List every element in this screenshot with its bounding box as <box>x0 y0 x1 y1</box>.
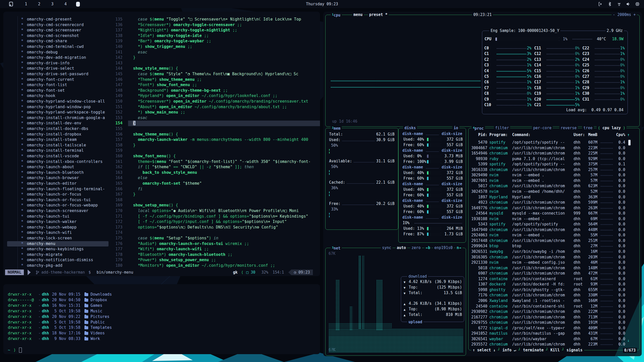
process-row[interactable]: 3016305chromium/usr/lib/chromium/chromdh… <box>469 255 639 260</box>
process-row[interactable]: 2921330nvimnvim --embed config.jsodhh46M… <box>469 260 639 265</box>
file-item[interactable]: *omarchy-install-terminal <box>7 148 109 154</box>
file-item[interactable]: *omarchy-install-dropbox <box>7 132 109 137</box>
file-item[interactable]: *omarchy-cmd-screensaver <box>7 28 109 33</box>
process-row[interactable]: 1897HyprlandHyprlanddhh363M0.0 <box>469 195 639 200</box>
file-item[interactable]: *omarchy-font-list <box>7 82 109 88</box>
process-row[interactable]: 3026531swaybg/usr/bin/swaybg -i /homdhh1… <box>469 249 639 255</box>
file-item[interactable]: *omarchy-cmd-present <box>7 17 109 22</box>
proc-tab-tree[interactable]: tree <box>582 125 594 130</box>
file-item[interactable]: *omarchy-install-vscode <box>7 154 109 159</box>
file-item[interactable]: *omarchy-hook <box>7 93 109 99</box>
proc-scrollbar-thumb[interactable] <box>628 140 631 145</box>
file-item[interactable]: *omarchy-launch-or-focus-tui <box>7 197 109 203</box>
process-row[interactable]: 5470spotify/opt/spotify/spotify --dhh607… <box>469 140 639 145</box>
file-item[interactable]: *omarchy-launch-bluetooth <box>7 170 109 176</box>
file-item[interactable]: *omarchy-migrate <box>7 252 109 258</box>
file-item[interactable]: *omarchy-notification-dismiss <box>7 257 109 263</box>
process-row[interactable]: 1647940chromium/usr/lib/chromium/chromdh… <box>469 227 639 233</box>
logout-icon[interactable] <box>598 2 603 7</box>
file-item[interactable]: *omarchy-launch-webapp <box>7 225 109 230</box>
process-row[interactable]: 2924063nvimnvim --embed .dhh55M0.0 <box>469 233 639 238</box>
process-row[interactable]: 5399spotify/opt/spotify/spotify --dhh375… <box>469 162 639 167</box>
file-item[interactable]: *omarchy-cmd-screenshot <box>7 33 109 39</box>
io-box-title[interactable]: io <box>452 125 459 130</box>
process-row[interactable]: 6772signal-d/proc/self/exe --type=rdhh40… <box>469 326 639 331</box>
proc-tab-filter[interactable]: filter <box>494 125 510 130</box>
process-row[interactable]: 2930982chromium/usr/lib/chromium/chromdh… <box>469 309 639 315</box>
cpu-tab-menu[interactable]: menu <box>352 12 364 17</box>
file-item[interactable]: *omarchy-hyprland-workspace-toggle <box>7 110 109 115</box>
file-item[interactable]: *omarchy-drive-select <box>7 66 109 71</box>
process-row[interactable]: 5343spotify/opt/spotify/spotifydhh564M0.… <box>469 222 639 227</box>
proc-tab-per-core[interactable]: per-core <box>532 125 553 130</box>
proc-tab-reverse[interactable]: reverse <box>559 125 578 130</box>
file-item[interactable]: *omarchy-cmd-screenrecord <box>7 22 109 28</box>
process-row[interactable]: 2167277chromium/usr/lib/chromium/chromdh… <box>469 315 639 320</box>
file-item[interactable]: *omarchy-pkg-add <box>7 263 109 269</box>
process-row[interactable]: 4923chromium/usr/lib/chromium/chromdhh59… <box>469 200 639 205</box>
file-item[interactable]: *omarchy-launch-or-focus <box>7 192 109 197</box>
process-row[interactable]: 1649776chromium/usr/lib/chromium/chromdh… <box>469 205 639 211</box>
process-row[interactable]: 2999634btopbtopdhh27M0.0 <box>469 243 639 249</box>
file-item[interactable]: *omarchy-launch-screensaver <box>7 208 109 214</box>
process-row[interactable]: 3026541waybar/usr/bin/waybardhh67M0.0 <box>469 336 639 342</box>
file-item[interactable]: *omarchy-font-set <box>7 88 109 93</box>
bluetooth-icon[interactable] <box>607 2 612 7</box>
file-item[interactable]: *omarchy-install-tailscale <box>7 143 109 148</box>
process-row[interactable]: 2917448chromium/usr/lib/chromium/chromdh… <box>469 238 639 244</box>
file-item[interactable]: *omarchy-menu <box>7 241 109 247</box>
terminal-window[interactable]: drwxr-xr-x-dhh20 Nov 09:15Downloadsdrwx-… <box>3 284 320 354</box>
process-row[interactable]: 24564mysqldmysqld --max-connection999667… <box>469 211 639 216</box>
chip-icon[interactable] <box>635 2 640 7</box>
file-item[interactable]: *omarchy-launch-walker <box>7 219 109 225</box>
file-item[interactable]: *omarchy-dev-add-migration <box>7 55 109 61</box>
process-row[interactable]: 5017chromium/usr/lib/chromium/chromdhh62… <box>469 183 639 189</box>
volume-icon[interactable] <box>626 2 631 7</box>
process-row[interactable]: 3004667chromium/usr/lib/chromium/chromdh… <box>469 145 639 151</box>
process-row[interactable]: 6907chromium/usr/lib/chromium/chromdhh47… <box>469 271 639 276</box>
file-item[interactable]: *omarchy-launch-browser <box>7 175 109 181</box>
process-row[interactable]: 1654946chromium/usr/lib/chromium/chromdh… <box>469 151 639 156</box>
proc-action[interactable]: terminate <box>523 348 544 352</box>
process-row[interactable]: 7176chromium/usr/lib/chromium/chromdhh33… <box>469 293 639 298</box>
file-item[interactable]: *omarchy-launch-about <box>7 164 109 170</box>
net-tab-auto[interactable]: auto <box>396 245 407 250</box>
update-interval-control[interactable]: - 2000ms + <box>612 12 637 17</box>
file-item[interactable]: *omarchy-launch-or-focus-webapp <box>7 203 109 208</box>
process-row[interactable]: 2929755chromium/usr/lib/chromium/chromdh… <box>469 320 639 326</box>
process-row[interactable]: 5998ghostty/usr/bin/ghostty --gtk-dhh655… <box>469 287 639 293</box>
file-item[interactable]: *omarchy-install-dev-env <box>7 121 109 126</box>
file-item[interactable]: *omarchy-launch-editor <box>7 181 109 186</box>
file-item[interactable]: *omarchy-cmd-share <box>7 39 109 44</box>
file-item[interactable]: *omarchy-font-current <box>7 77 109 83</box>
net-iface-next[interactable]: n→ <box>455 245 462 250</box>
file-item[interactable]: *omarchy-launch-floating-terminal- <box>7 186 109 192</box>
file-item[interactable]: *omarchy-hyprland-window-close-all <box>7 99 109 104</box>
proc-sort-selector[interactable]: ⟨ cpu lazy ⟩ <box>597 125 627 130</box>
process-row[interactable]: 1930108nvimnvim --embed .dhh69M0.0 <box>469 216 639 222</box>
proc-action[interactable]: ↑ select ↓ <box>473 348 495 352</box>
process-row[interactable]: 2006XwaylandXwayland :1 -rootless -dhh16… <box>469 298 639 304</box>
file-item[interactable]: *omarchy-launch-tui <box>7 214 109 219</box>
file-item[interactable]: *omarchy-install-chromium-google-a <box>7 115 109 121</box>
process-row[interactable]: 24540containe/usr/bin/containerd-shiroot… <box>469 304 639 309</box>
proc-action[interactable]: signals <box>566 348 582 352</box>
file-item[interactable]: *omarchy-install-docker-dbs <box>7 126 109 132</box>
process-row[interactable]: 3016338chromium/usr/lib/chromium/chromdh… <box>469 167 639 173</box>
process-row[interactable]: 2935572chromium/usr/lib/chromium/chromdh… <box>469 342 639 347</box>
file-item[interactable]: *omarchy-hyprland-window-pop <box>7 104 109 110</box>
proc-scroll-down-icon[interactable]: ↓ <box>627 338 630 343</box>
file-item[interactable]: *omarchy-drive-set-password <box>7 71 109 77</box>
process-row[interactable]: 1307dockerd/usr/bin/dockerd -H fd:root93… <box>469 282 639 287</box>
file-item[interactable]: *omarchy-install-xbox-controllers <box>7 159 109 165</box>
process-row[interactable]: 98930rubypuma 7.1.0 (tcp://localdhh929M0… <box>469 156 639 162</box>
file-item[interactable]: *omarchy-debug <box>7 50 109 55</box>
net-tab-zero[interactable]: zero <box>410 245 422 250</box>
process-row[interactable]: 3027691nvimnvim --embed .dhh57M0.0 <box>469 178 639 184</box>
proc-action[interactable]: Kill <box>550 348 560 352</box>
net-iface-prev[interactable]: ←b <box>424 245 432 250</box>
process-row[interactable]: 3029490nvimnvim --embed .dhh57M0.0 <box>469 173 639 178</box>
file-item[interactable]: *omarchy-cmd-terminal-cwd <box>7 44 109 50</box>
file-item[interactable]: *omarchy-install-steam <box>7 137 109 143</box>
file-item[interactable]: *omarchy-drive-info <box>7 61 109 66</box>
